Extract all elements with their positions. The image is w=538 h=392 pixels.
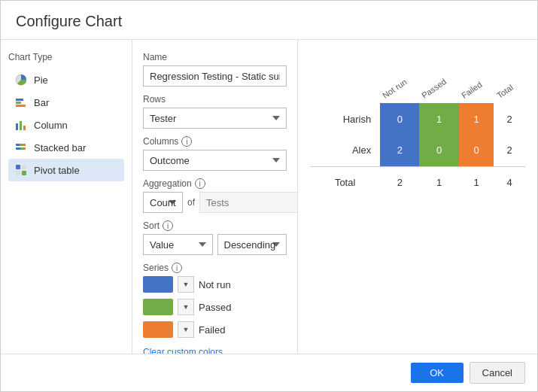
cell-alex-failed: 0	[459, 135, 494, 166]
svg-rect-11	[20, 147, 24, 150]
col-header-passed: Passed	[419, 58, 459, 103]
svg-rect-14	[22, 165, 26, 169]
chart-type-pie-label: Pie	[34, 74, 48, 86]
aggregation-info-icon[interactable]: i	[195, 178, 205, 189]
name-label: Name	[143, 52, 287, 62]
column-icon	[14, 118, 28, 132]
table-header-row: Not run Passed Failed	[310, 58, 525, 103]
chart-type-column[interactable]: Column	[8, 114, 124, 136]
aggregation-row: Count of	[143, 192, 287, 213]
col-header-failed: Failed	[459, 58, 494, 103]
name-field-group: Name	[143, 52, 287, 87]
svg-rect-3	[16, 105, 26, 107]
total-passed: 1	[419, 166, 459, 198]
series-section: Series i ▼ Not run ▼ Passed	[143, 263, 287, 354]
svg-rect-16	[22, 171, 26, 175]
svg-rect-9	[23, 144, 26, 146]
rows-field-group: Rows Tester	[143, 94, 287, 129]
dialog-title: Configure Chart	[1, 1, 537, 40]
sort-field-group: Sort i Value Descending	[143, 220, 287, 255]
aggregation-label: Aggregation i	[143, 178, 287, 189]
svg-rect-1	[16, 99, 23, 101]
aggregation-field-group: Aggregation i Count of	[143, 178, 287, 213]
corner-cell	[310, 58, 380, 103]
aggregation-select[interactable]: Count	[143, 192, 183, 213]
cell-harish-total: 2	[494, 103, 525, 135]
bar-icon	[14, 96, 28, 109]
row-label-harish: Harish	[310, 103, 380, 135]
columns-field-group: Columns i Outcome	[143, 136, 287, 171]
pie-icon	[14, 73, 28, 87]
columns-info-icon[interactable]: i	[181, 136, 192, 147]
svg-rect-5	[20, 121, 22, 130]
chart-type-bar-label: Bar	[34, 97, 49, 108]
table-row-harish: Harish 0 1 1 2	[310, 103, 525, 135]
cell-harish-failed: 1	[459, 103, 494, 135]
ok-button[interactable]: OK	[411, 363, 464, 383]
settings-panel: Name Rows Tester Columns i Outcome	[132, 40, 298, 354]
svg-rect-13	[16, 165, 20, 169]
series-label-passed: Passed	[199, 302, 231, 313]
series-dropdown-failed[interactable]: ▼	[178, 321, 194, 338]
cell-alex-total: 2	[494, 135, 525, 166]
svg-rect-4	[16, 123, 18, 130]
series-label-not-run: Not run	[199, 279, 231, 290]
chart-type-bar[interactable]: Bar	[8, 91, 124, 114]
cancel-button[interactable]: Cancel	[470, 362, 525, 384]
table-row-alex: Alex 2 0 0 2	[310, 135, 525, 166]
dialog-body: Chart Type Pie	[1, 40, 537, 354]
cell-alex-not-run: 2	[380, 135, 419, 166]
chart-type-stacked-bar-label: Stacked bar	[34, 142, 86, 153]
col-header-not-run: Not run	[380, 58, 419, 103]
total-not-run: 2	[380, 166, 419, 198]
series-info-icon[interactable]: i	[172, 263, 182, 273]
configure-chart-dialog: Configure Chart Chart Type Pie	[0, 0, 538, 392]
chart-type-stacked-bar[interactable]: Stacked bar	[8, 136, 124, 159]
series-label-failed: Failed	[199, 324, 225, 336]
name-input[interactable]	[143, 65, 287, 87]
chart-type-panel: Chart Type Pie	[1, 40, 132, 354]
chart-type-label: Chart Type	[8, 52, 124, 62]
sort-row: Value Descending	[143, 234, 287, 255]
series-color-failed	[143, 321, 173, 338]
svg-rect-12	[24, 147, 26, 150]
sort-direction-select[interactable]: Descending	[217, 234, 287, 255]
series-dropdown-passed[interactable]: ▼	[178, 299, 194, 315]
series-item-failed: ▼ Failed	[143, 321, 287, 338]
clear-custom-colors-link[interactable]: Clear custom colors	[143, 347, 223, 354]
chart-type-pivot-table-label: Pivot table	[34, 165, 80, 176]
series-label: Series i	[143, 263, 287, 273]
tests-input	[199, 192, 298, 213]
svg-rect-10	[16, 147, 20, 150]
sort-field-select[interactable]: Value	[143, 234, 213, 255]
total-label: Total	[310, 166, 380, 198]
rows-label: Rows	[143, 94, 287, 105]
row-label-alex: Alex	[310, 135, 380, 166]
stacked-bar-icon	[14, 141, 28, 154]
series-color-not-run	[143, 276, 173, 293]
svg-rect-7	[16, 144, 20, 146]
svg-rect-8	[20, 144, 23, 146]
cell-harish-not-run: 0	[380, 103, 419, 135]
pivot-table-icon	[14, 163, 28, 177]
cell-alex-passed: 0	[419, 135, 459, 166]
series-dropdown-not-run[interactable]: ▼	[178, 276, 194, 293]
total-grand: 4	[494, 166, 525, 198]
rows-select[interactable]: Tester	[143, 108, 287, 129]
cell-harish-passed: 1	[419, 103, 459, 135]
total-failed: 1	[459, 166, 494, 198]
series-item-not-run: ▼ Not run	[143, 276, 287, 293]
table-row-total: Total 2 1 1 4	[310, 166, 525, 198]
sort-info-icon[interactable]: i	[163, 220, 173, 231]
svg-rect-15	[16, 171, 20, 175]
chart-type-pivot-table[interactable]: Pivot table	[8, 159, 124, 181]
series-color-passed	[143, 299, 173, 315]
chart-type-column-label: Column	[34, 120, 68, 131]
chart-type-pie[interactable]: Pie	[8, 68, 124, 91]
columns-select[interactable]: Outcome	[143, 150, 287, 171]
svg-rect-2	[16, 102, 21, 104]
svg-rect-6	[23, 126, 26, 130]
series-item-passed: ▼ Passed	[143, 299, 287, 315]
columns-label: Columns i	[143, 136, 287, 147]
dialog-footer: OK Cancel	[1, 354, 537, 391]
